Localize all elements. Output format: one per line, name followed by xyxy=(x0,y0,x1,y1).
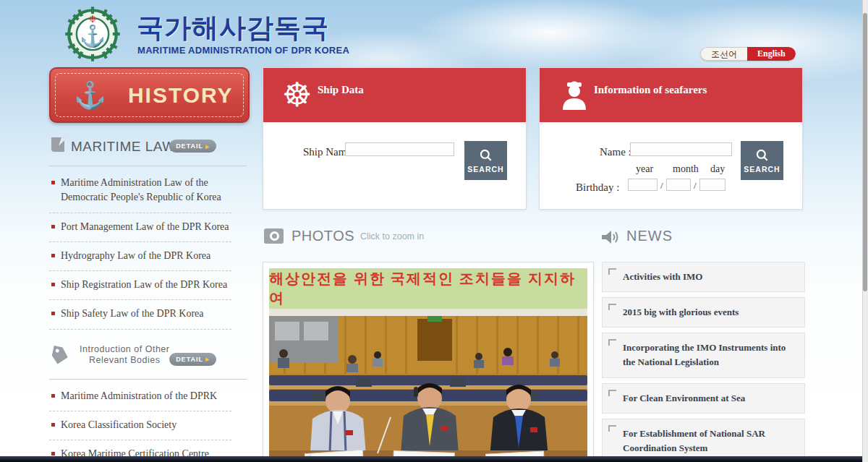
other-body-item[interactable]: Korea Classification Society xyxy=(49,411,231,440)
other-bodies-detail-button[interactable]: DETAIL ▸ xyxy=(169,353,216,366)
maritime-laws-list: Maritime Administration Law of the Democ… xyxy=(49,169,231,330)
tag-icon xyxy=(49,344,71,367)
svg-text:❉: ❉ xyxy=(89,14,97,25)
conference-photo: DEMOCRATIC PEOPLE'S xyxy=(269,309,587,462)
lang-english-button[interactable]: English xyxy=(747,47,796,61)
ship-data-header: ☸ Ship Data xyxy=(263,68,526,122)
news-item[interactable]: For Establishment of National SAR Coordi… xyxy=(602,419,805,462)
photo-thumbnail[interactable]: 해상안전을 위한 국제적인 조치들을 지지하여 xyxy=(263,262,594,462)
maritime-law-item[interactable]: Hydrography Law of the DPR Korea xyxy=(49,242,231,271)
seafarer-name-label: Name : xyxy=(600,146,631,158)
seafarer-search-label: SEARCH xyxy=(744,165,780,174)
news-item[interactable]: Incorporating the IMO Instruments into t… xyxy=(602,333,805,377)
scrollbar-thumb[interactable] xyxy=(863,13,867,291)
photos-title: PHOTOS xyxy=(292,228,354,244)
maritime-law-item[interactable]: Ship Safety Law of the DPR Korea xyxy=(49,300,231,329)
ship-name-input[interactable] xyxy=(345,142,454,156)
other-bodies-list: Maritime Administration of the DPRKKorea… xyxy=(49,382,231,462)
photo-banner-text: 해상안전을 위한 국제적인 조치들을 지지하여 xyxy=(269,269,587,308)
maritime-laws-title: MARITIME LAWS xyxy=(71,139,185,155)
ship-data-panel: ☸ Ship Data Ship Name : SEARCH xyxy=(263,67,527,210)
photo-banner: 해상안전을 위한 국제적인 조치들을 지지하여 xyxy=(269,268,587,309)
maritime-law-item[interactable]: Ship Registration Law of the DPR Korea xyxy=(49,271,231,300)
sidebar: MARITIME LAWS DETAIL ▸ Maritime Administ… xyxy=(49,134,247,462)
news-item[interactable]: 2015 big with glorious events xyxy=(602,297,805,328)
other-body-item[interactable]: Maritime Administration of the DPRK xyxy=(49,382,231,411)
seafarer-search-button[interactable]: SEARCH xyxy=(741,141,783,180)
site-subtitle: MARITIME ADMINISTRATION OF DPR KOREA xyxy=(137,45,349,56)
site-title: 국가해사감독국 xyxy=(137,10,329,46)
divider xyxy=(49,166,247,166)
svg-text:⚓: ⚓ xyxy=(80,23,106,49)
history-button[interactable]: ⚓ HISTORY xyxy=(49,67,250,123)
maritime-laws-header: MARITIME LAWS DETAIL ▸ xyxy=(49,134,247,164)
history-label: HISTORY xyxy=(128,83,234,108)
photos-zoom-hint: Click to zoom in xyxy=(360,231,424,241)
book-icon xyxy=(49,135,67,154)
news-list: Activities with IMO2015 big with gloriou… xyxy=(602,262,805,462)
other-bodies-title: Introduction of Other Relevant Bodies xyxy=(80,344,169,367)
divider xyxy=(49,379,247,380)
scrollbar-track[interactable] xyxy=(862,0,868,462)
speaker-icon xyxy=(600,228,621,246)
maritime-law-item[interactable]: Maritime Administration Law of the Democ… xyxy=(49,169,231,213)
day-label: day xyxy=(710,163,725,175)
maritime-administration-logo-icon: ⚓ ❉ xyxy=(62,4,123,64)
seafarer-name-input[interactable] xyxy=(630,142,732,156)
ship-wheel-icon: ☸ xyxy=(282,77,312,113)
maritime-law-item[interactable]: Port Management Law of the DPR Korea xyxy=(49,213,231,242)
language-switcher: 조선어 English xyxy=(700,47,796,61)
year-label: year xyxy=(636,163,653,175)
news-title: NEWS xyxy=(626,228,673,244)
date-separator: / xyxy=(694,180,697,192)
lang-korean-button[interactable]: 조선어 xyxy=(700,47,747,61)
other-bodies-header: Introduction of Other Relevant Bodies DE… xyxy=(49,343,247,377)
news-item[interactable]: For Clean Environment at Sea xyxy=(602,383,805,414)
page: ⚓ ❉ 국가해사감독국 MARITIME ADMINISTRATION OF D… xyxy=(0,0,868,462)
seafarer-person-icon xyxy=(558,78,590,111)
date-separator: / xyxy=(660,180,663,192)
birthday-day-input[interactable] xyxy=(699,179,726,191)
search-icon xyxy=(479,148,493,163)
month-label: month xyxy=(673,163,699,175)
seafarers-panel: Information of seafarers Name : year mon… xyxy=(539,67,803,210)
news-item[interactable]: Activities with IMO xyxy=(602,262,805,292)
ship-data-title: Ship Data xyxy=(318,84,364,96)
arrow-right-icon: ▸ xyxy=(205,355,210,363)
maritime-laws-detail-button[interactable]: DETAIL ▸ xyxy=(169,140,216,153)
seafarers-title: Information of seafarers xyxy=(594,84,707,96)
birthday-year-input[interactable] xyxy=(628,179,658,191)
seafarers-header: Information of seafarers xyxy=(540,68,802,122)
ship-search-label: SEARCH xyxy=(467,165,503,174)
birthday-month-input[interactable] xyxy=(666,179,691,191)
arrow-right-icon: ▸ xyxy=(205,142,210,150)
camera-icon xyxy=(264,228,284,244)
ship-search-button[interactable]: SEARCH xyxy=(464,141,507,180)
search-icon xyxy=(755,148,770,163)
birthday-label: Birthday : xyxy=(576,181,619,194)
bottom-bar xyxy=(0,456,868,462)
anchor-icon: ⚓ xyxy=(74,82,106,108)
